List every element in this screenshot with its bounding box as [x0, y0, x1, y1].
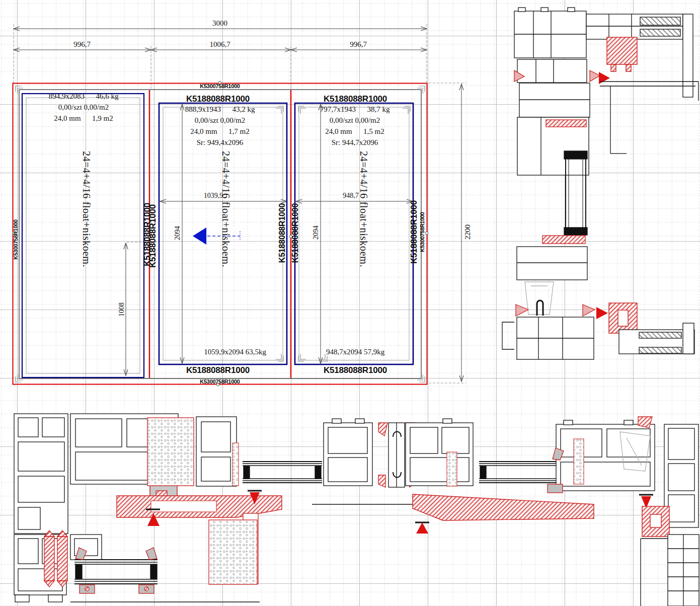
panel3-thickness-area: 24,0 mm 1,5 m2: [325, 128, 384, 135]
sash2-bottom-label: K5188088R1000: [186, 366, 250, 374]
sash3-size-weight: 948,7x2094 57,9kg: [326, 348, 384, 356]
panel2-thickness-area: 24,0 mm 1,7 m2: [190, 128, 250, 135]
panel1-size-weight: 894,9x2083 46,6 kg: [49, 93, 119, 100]
panel1-thickness-area: 24,0 mm 1,9 m2: [54, 115, 113, 122]
sash2-top-label: K5188088R1000: [186, 95, 250, 103]
mullion2-label-right: K5188088R1000: [291, 203, 299, 263]
dim-total-height: 2200: [464, 224, 472, 240]
panel1-price: 0,00/szt 0,00/m2: [58, 104, 109, 111]
dim-sash3-width: 948,7: [343, 192, 359, 199]
thermal-break-jamb: [642, 506, 669, 537]
dim-sash3-height: 2094: [313, 225, 320, 240]
panel2-size-weight: 888,9x1943 43,2 kg: [185, 106, 255, 113]
grid-background: [0, 0, 700, 606]
cad-workspace: 3000 996,7 1006,7 996,7 2200 1039,9 948,…: [0, 0, 700, 606]
panel2-price: 0,00/szt 0,00/m2: [195, 117, 245, 124]
thermal-break-bottom: [609, 303, 637, 333]
sash2-size-weight: 1059,9x2094 63,5kg: [204, 348, 266, 356]
panel1-glass-description: 24=4+4/16 float+niskoem.: [81, 151, 92, 267]
dim-total-width: 3000: [212, 20, 227, 27]
drawing-layer: [0, 0, 700, 606]
panel2-glass-description: 24=4+4/16 float+niskoem.: [220, 151, 231, 267]
sash3-bottom-label: K5188088R1000: [324, 366, 387, 374]
profile-label-top: K5300758R1000: [200, 84, 240, 89]
dim-segment-3: 996,7: [350, 41, 367, 48]
profile-label-right-outer: K5300758R1000: [420, 212, 425, 252]
dim-segment-1: 996,7: [73, 41, 91, 48]
panel3-glass-description: 24=4+4/16 float+niskoem.: [358, 151, 369, 267]
mullion1-label-b: K5188088R1000: [148, 204, 157, 268]
panel3-ref: Sr: 944,7x2096: [332, 139, 378, 146]
profile-label-left: K5300758R1000: [13, 219, 19, 259]
mullion2-label-left: K5188088R1000: [278, 203, 286, 263]
dim-panel1-height: 1008: [118, 302, 125, 317]
sash3-top-label: K5188088R1000: [324, 95, 387, 103]
profile-label-bottom: K5300758R1000: [200, 379, 240, 385]
panel3-size-weight: 797,7x1943 38,7 kg: [320, 106, 390, 113]
dim-sash2-height: 2094: [174, 226, 181, 240]
profile-label-right-main: K5188088R1000: [410, 200, 418, 264]
panel2-ref: Sr: 949,4x2096: [197, 139, 244, 146]
panel3-price: 0,00/szt 0,00/m2: [330, 117, 380, 124]
dim-segment-2: 1006,7: [209, 41, 230, 48]
